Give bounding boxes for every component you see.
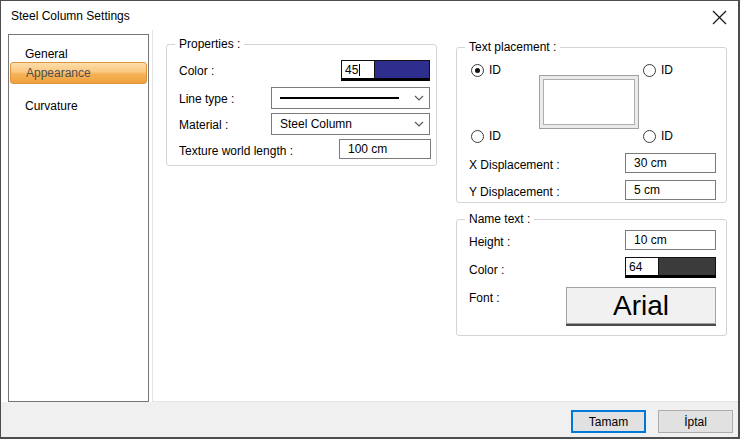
color-number-input[interactable]: 45	[342, 61, 375, 78]
placement-preview-rect	[539, 75, 639, 129]
radio-circle	[471, 130, 484, 143]
cancel-button[interactable]: İptal	[658, 410, 733, 433]
material-label: Material :	[179, 118, 228, 132]
sidebar-item-label: General	[25, 47, 68, 61]
footer: Tamam İptal	[1, 402, 738, 437]
y-displacement-label: Y Displacement :	[469, 185, 560, 199]
text-cursor	[359, 64, 360, 76]
close-button[interactable]	[708, 6, 730, 28]
radio-id-bottom-left[interactable]: ID	[471, 129, 501, 143]
x-displacement-input[interactable]: 30 cm	[625, 153, 716, 173]
radio-circle	[643, 64, 656, 77]
name-color-number-value: 64	[629, 260, 642, 274]
name-color-swatch[interactable]	[659, 258, 715, 275]
sidebar-item-curvature[interactable]: Curvature	[10, 95, 147, 117]
line-type-dropdown[interactable]	[271, 87, 430, 109]
name-color-control[interactable]: 64	[625, 257, 716, 278]
radio-label: ID	[661, 129, 673, 143]
material-value: Steel Column	[280, 117, 413, 131]
ok-button[interactable]: Tamam	[571, 410, 646, 433]
name-color-number-input[interactable]: 64	[626, 258, 659, 275]
name-text-group: Name text : Height : 10 cm Color : 64 Fo…	[456, 219, 727, 336]
properties-group-label: Properties :	[175, 37, 244, 51]
properties-group: Properties : Color : 45 Line type : Mate…	[166, 44, 437, 166]
text-placement-group: Text placement : ID ID ID ID X Displacem…	[456, 47, 727, 203]
sidebar-item-appearance[interactable]: Appearance	[10, 62, 147, 84]
radio-id-bottom-right[interactable]: ID	[643, 129, 673, 143]
x-displacement-label: X Displacement :	[469, 158, 560, 172]
line-preview	[280, 97, 399, 99]
sidebar-item-label: Curvature	[25, 99, 78, 113]
texture-length-label: Texture world length :	[179, 144, 293, 158]
name-text-group-label: Name text :	[465, 212, 534, 226]
dialog-title: Steel Column Settings	[11, 9, 130, 23]
dialog-steel-column-settings: Steel Column Settings General Appearance…	[0, 0, 740, 439]
chevron-down-icon	[413, 92, 425, 104]
column-color-control[interactable]: 45	[341, 60, 430, 81]
texture-length-input[interactable]: 100 cm	[339, 139, 431, 159]
color-swatch[interactable]	[375, 61, 429, 78]
chevron-down-icon	[413, 118, 425, 130]
y-displacement-input[interactable]: 5 cm	[625, 180, 716, 200]
material-dropdown[interactable]: Steel Column	[271, 113, 430, 135]
close-icon	[712, 10, 727, 25]
color-label: Color :	[179, 64, 214, 78]
radio-id-top-right[interactable]: ID	[643, 63, 673, 77]
radio-label: ID	[489, 63, 501, 77]
line-type-label: Line type :	[179, 92, 234, 106]
text-placement-group-label: Text placement :	[465, 40, 560, 54]
font-button[interactable]: Arial	[566, 287, 716, 324]
radio-label: ID	[489, 129, 501, 143]
name-height-input[interactable]: 10 cm	[625, 230, 716, 250]
titlebar: Steel Column Settings	[1, 1, 738, 31]
radio-circle-selected	[471, 64, 484, 77]
sidebar: General Appearance Curvature	[8, 34, 149, 402]
color-number-value: 45	[345, 63, 358, 77]
font-label: Font :	[469, 291, 500, 305]
radio-id-top-left[interactable]: ID	[471, 63, 501, 77]
radio-label: ID	[661, 63, 673, 77]
name-color-label: Color :	[469, 263, 504, 277]
height-label: Height :	[469, 235, 510, 249]
radio-circle	[643, 130, 656, 143]
sidebar-item-label: Appearance	[26, 66, 91, 80]
